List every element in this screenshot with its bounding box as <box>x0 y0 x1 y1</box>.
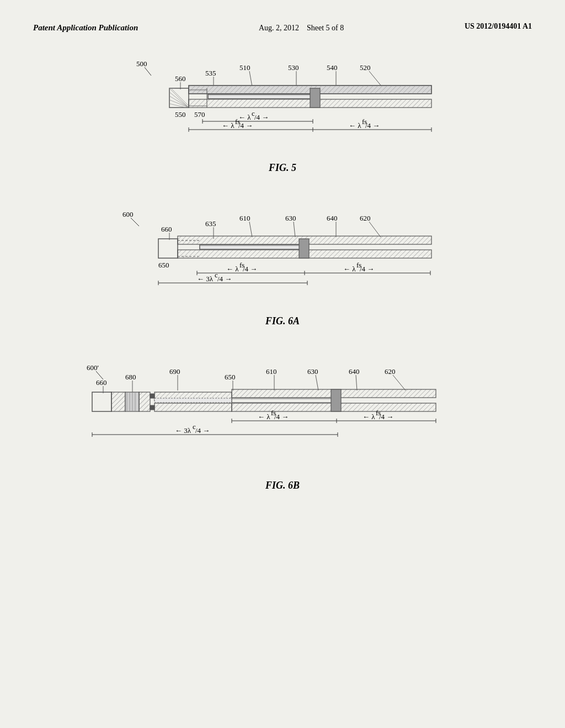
svg-text:← 3λ: ← 3λ <box>175 426 191 435</box>
fig6a-diagram: 600 660 635 610 630 640 620 <box>89 201 476 311</box>
svg-text:← λ: ← λ <box>222 121 234 130</box>
fig6b-diagram: 600' 660 680 690 650 610 630 640 620 <box>67 355 498 475</box>
svg-text:← λ: ← λ <box>258 413 270 421</box>
svg-rect-27 <box>208 94 313 99</box>
svg-line-62 <box>249 222 252 237</box>
svg-rect-122 <box>150 405 154 410</box>
svg-line-53 <box>131 218 139 226</box>
page-header: Patent Application Publication Aug. 2, 2… <box>33 22 532 34</box>
figure-6a-section: 600 660 635 610 630 640 620 <box>33 201 532 327</box>
svg-line-110 <box>356 375 357 390</box>
svg-line-111 <box>393 375 406 390</box>
svg-text:640: 640 <box>349 367 360 376</box>
page: Patent Application Publication Aug. 2, 2… <box>0 0 565 728</box>
svg-rect-66 <box>158 239 178 258</box>
svg-rect-120 <box>139 392 150 411</box>
svg-line-1 <box>145 67 151 76</box>
svg-text:650: 650 <box>225 373 236 381</box>
svg-text:550: 550 <box>175 110 186 119</box>
svg-text:630: 630 <box>285 214 296 222</box>
svg-text:520: 520 <box>360 63 371 72</box>
fig5-diagram: 500 560 535 510 530 540 520 <box>89 51 476 158</box>
svg-text:/4 →: /4 → <box>217 275 232 283</box>
fig5-label: FIG. 5 <box>269 162 296 174</box>
svg-text:600: 600 <box>122 210 134 218</box>
fig6b-label: FIG. 6B <box>265 480 300 491</box>
svg-line-10 <box>249 71 252 87</box>
svg-text:← λ: ← λ <box>238 113 251 121</box>
svg-line-109 <box>316 375 318 390</box>
svg-text:650: 650 <box>158 261 169 269</box>
publication-title: Patent Application Publication <box>33 22 138 34</box>
svg-text:620: 620 <box>360 214 371 222</box>
figure-5-section: 500 560 535 510 530 540 520 <box>33 51 532 174</box>
svg-text:540: 540 <box>327 63 338 72</box>
publication-date-sheet: Aug. 2, 2012 Sheet 5 of 8 <box>259 22 344 34</box>
svg-rect-121 <box>150 394 154 398</box>
publication-date: Aug. 2, 2012 <box>259 24 299 32</box>
svg-rect-29 <box>310 88 320 108</box>
svg-text:/4 →: /4 → <box>360 265 374 273</box>
svg-line-18 <box>169 100 189 108</box>
figure-6b-section: 600' 660 680 690 650 610 630 640 620 <box>33 355 532 491</box>
svg-rect-131 <box>331 389 341 411</box>
svg-text:← λ: ← λ <box>343 265 356 273</box>
svg-line-65 <box>369 222 381 237</box>
svg-text:635: 635 <box>205 220 216 228</box>
svg-rect-73 <box>200 245 302 249</box>
svg-text:570: 570 <box>194 110 205 119</box>
svg-line-21 <box>171 88 189 106</box>
svg-text:/4 →: /4 → <box>379 413 393 421</box>
svg-text:660: 660 <box>96 378 107 387</box>
svg-text:/4 →: /4 → <box>274 413 289 421</box>
patent-number: US 2012/0194401 A1 <box>465 22 532 31</box>
svg-text:/4 →: /4 → <box>243 265 257 273</box>
fig6a-label: FIG. 6A <box>265 315 300 327</box>
svg-text:630: 630 <box>307 367 318 376</box>
svg-rect-75 <box>299 239 309 258</box>
svg-text:/4 →: /4 → <box>195 426 210 435</box>
figures-container: 500 560 535 510 530 540 520 <box>33 51 532 502</box>
svg-rect-126 <box>154 398 232 403</box>
svg-line-63 <box>294 222 295 237</box>
svg-text:690: 690 <box>169 367 180 376</box>
svg-text:/4 →: /4 → <box>254 113 269 121</box>
svg-text:680: 680 <box>125 373 136 381</box>
svg-text:/4 →: /4 → <box>365 121 380 130</box>
svg-text:610: 610 <box>239 214 250 222</box>
svg-text:660: 660 <box>161 225 172 233</box>
svg-text:610: 610 <box>266 367 277 376</box>
svg-text:530: 530 <box>288 63 299 72</box>
svg-text:510: 510 <box>239 63 250 72</box>
svg-rect-112 <box>92 392 111 411</box>
svg-text:← λ: ← λ <box>226 265 239 273</box>
svg-line-13 <box>369 71 382 87</box>
svg-text:500: 500 <box>136 60 147 68</box>
svg-text:← λ: ← λ <box>349 121 361 130</box>
svg-text:640: 640 <box>327 214 338 222</box>
svg-line-16 <box>169 92 189 108</box>
svg-rect-129 <box>232 398 334 403</box>
svg-rect-125 <box>154 403 232 411</box>
svg-text:560: 560 <box>175 74 186 83</box>
svg-text:620: 620 <box>385 367 396 376</box>
svg-text:← 3λ: ← 3λ <box>197 275 214 283</box>
svg-text:/4 →: /4 → <box>238 121 253 130</box>
svg-text:600': 600' <box>87 363 99 372</box>
svg-text:535: 535 <box>205 69 216 77</box>
svg-text:← λ: ← λ <box>363 413 375 421</box>
svg-rect-115 <box>125 392 139 411</box>
sheet-info: Sheet 5 of 8 <box>307 24 344 32</box>
svg-rect-114 <box>111 392 125 411</box>
